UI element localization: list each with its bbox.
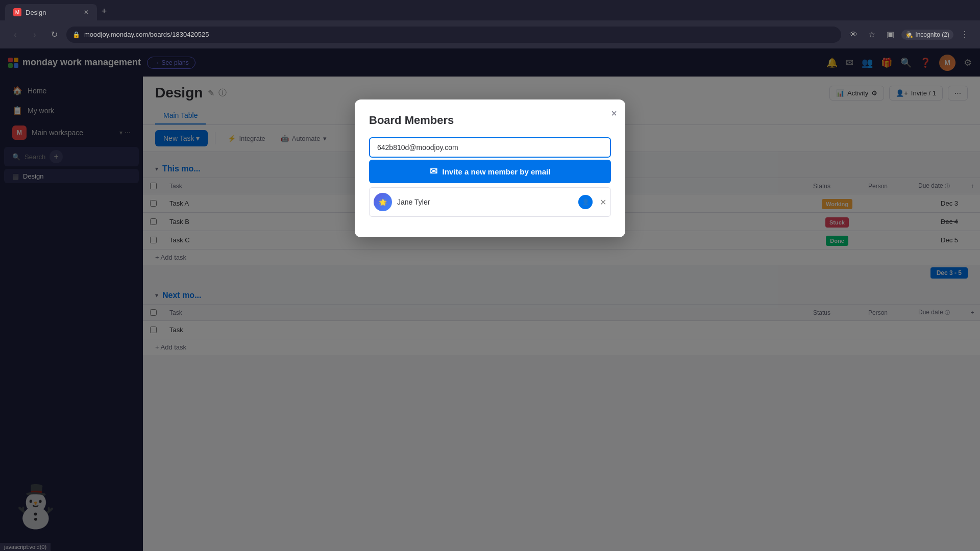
member-remove-btn[interactable]: ✕ [600, 197, 606, 207]
member-name: Jane Tyler [397, 198, 573, 206]
board-members-modal: Board Members × ✉ Invite a new member by… [355, 99, 625, 237]
member-role-btn[interactable]: 👤 [578, 195, 593, 209]
address-bar[interactable]: 🔒 moodjoy.monday.com/boards/1830420525 [66, 27, 841, 43]
email-input[interactable] [369, 137, 611, 158]
tab-bar: M Design ✕ + [0, 0, 980, 20]
new-tab-btn[interactable]: + [97, 4, 111, 18]
active-tab[interactable]: M Design ✕ [5, 4, 97, 20]
member-avatar: 🌟 [374, 193, 392, 211]
invite-by-email-btn[interactable]: ✉ Invite a new member by email [369, 160, 611, 183]
incognito-badge[interactable]: 🕵 Incognito (2) [901, 30, 953, 40]
incognito-icon: 🕵 [905, 31, 913, 38]
status-text: javascript:void(0) [4, 544, 46, 550]
eye-off-icon[interactable]: 👁 [846, 28, 861, 42]
nav-actions: 👁 ☆ ▣ 🕵 Incognito (2) ⋮ [846, 28, 972, 42]
modal-overlay[interactable]: Board Members × ✉ Invite a new member by… [0, 48, 980, 551]
browser-chrome: M Design ✕ + ‹ › ↻ 🔒 moodjoy.monday.com/… [0, 0, 980, 48]
reload-btn[interactable]: ↻ [47, 28, 61, 42]
menu-btn[interactable]: ⋮ [958, 28, 972, 42]
member-list: 🌟 Jane Tyler 👤 ✕ [369, 187, 611, 217]
forward-btn[interactable]: › [28, 28, 42, 42]
envelope-icon: ✉ [430, 166, 437, 177]
browser-nav: ‹ › ↻ 🔒 moodjoy.monday.com/boards/183042… [0, 20, 980, 48]
url-text: moodjoy.monday.com/boards/1830420525 [84, 31, 209, 38]
modal-close-btn[interactable]: × [611, 108, 617, 119]
lock-icon: 🔒 [72, 31, 80, 38]
back-btn[interactable]: ‹ [8, 28, 22, 42]
modal-title: Board Members [369, 114, 611, 127]
tab-label: Design [26, 9, 46, 16]
avatar-icon: 🌟 [379, 198, 387, 206]
incognito-label: Incognito (2) [915, 31, 949, 38]
tab-close-btn[interactable]: ✕ [84, 9, 89, 16]
star-icon[interactable]: ☆ [865, 28, 879, 42]
invite-btn-label: Invite a new member by email [443, 167, 551, 176]
member-item: 🌟 Jane Tyler 👤 ✕ [369, 187, 611, 217]
tab-favicon: M [13, 8, 21, 16]
tab-view-icon[interactable]: ▣ [883, 28, 897, 42]
status-bar: javascript:void(0) [0, 543, 51, 551]
